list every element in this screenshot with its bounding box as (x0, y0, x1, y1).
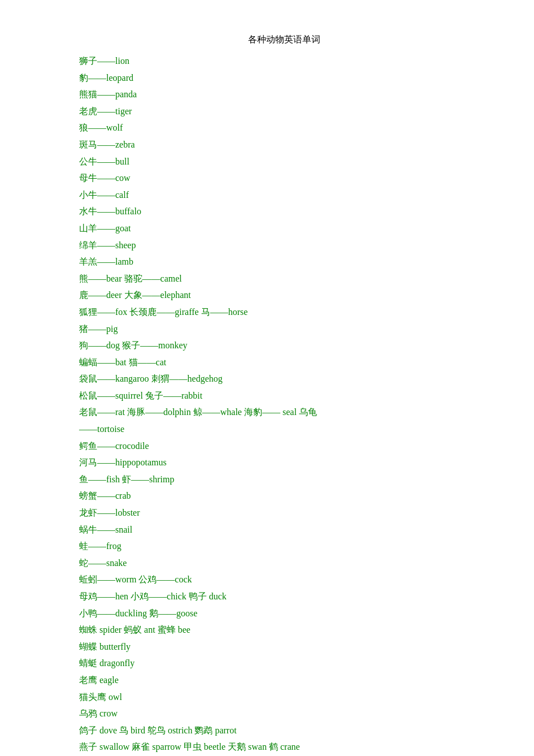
list-item: 老鼠——rat 海豚——dolphin 鲸——whale 海豹—— seal 乌… (79, 404, 489, 421)
list-item: 绵羊——sheep (79, 237, 489, 254)
animal-list: 狮子——lion 豹——leopard熊猫——panda 老虎——tiger狼—… (79, 53, 489, 756)
list-item: 羊羔——lamb (79, 253, 489, 270)
list-item: 蛙——frog (79, 538, 489, 555)
list-item: 小牛——calf (79, 187, 489, 204)
list-item: ——tortoise (79, 421, 489, 438)
list-item: 狮子——lion (79, 53, 489, 70)
page-title: 各种动物英语单词 (79, 34, 489, 46)
list-item: 公牛——bull (79, 153, 489, 170)
list-item: 山羊——goat (79, 220, 489, 237)
list-item: 袋鼠——kangaroo 刺猬——hedgehog (79, 370, 489, 387)
list-item: 猫头鹰 owl (79, 689, 489, 706)
list-item: 蜻蜓 dragonfly (79, 655, 489, 672)
list-item: 松鼠——squirrel 兔子——rabbit (79, 387, 489, 404)
list-item: 母鸡——hen 小鸡——chick 鸭子 duck (79, 588, 489, 605)
list-item: 熊猫——panda (79, 86, 489, 103)
list-item: 斑马——zebra (79, 136, 489, 153)
list-item: 老鹰 eagle (79, 672, 489, 689)
list-item: 老虎——tiger (79, 103, 489, 120)
list-item: 狗——dog 猴子——monkey (79, 337, 489, 354)
list-item: 螃蟹——crab (79, 487, 489, 504)
list-item: 水牛——buffalo (79, 203, 489, 220)
list-item: 乌鸦 crow (79, 705, 489, 722)
list-item: 鱼——fish 虾——shrimp (79, 471, 489, 488)
list-item: 鹿——deer 大象——elephant (79, 287, 489, 304)
list-item: 狼——wolf (79, 119, 489, 136)
list-item: 小鸭——duckling 鹅——goose (79, 605, 489, 622)
list-item: 龙虾——lobster (79, 504, 489, 521)
list-item: 母牛——cow (79, 170, 489, 187)
list-item: 蝙蝠——bat 猫——cat (79, 354, 489, 371)
list-item: 河马——hippopotamus (79, 454, 489, 471)
list-item: 蜘蛛 spider 蚂蚁 ant 蜜蜂 bee (79, 621, 489, 638)
list-item: 熊——bear 骆驼——camel (79, 270, 489, 287)
list-item: 蚯蚓——worm 公鸡——cock (79, 571, 489, 588)
list-item: 猪——pig (79, 321, 489, 338)
list-item: 狐狸——fox 长颈鹿——giraffe 马——horse (79, 304, 489, 321)
list-item: 鸽子 dove 鸟 bird 鸵鸟 ostrich 鹦鹉 parrot (79, 722, 489, 739)
list-item: 蜗牛——snail (79, 521, 489, 538)
list-item: 豹——leopard (79, 70, 489, 87)
list-item: 燕子 swallow 麻雀 sparrow 甲虫 beetle 天鹅 swan … (79, 738, 489, 755)
list-item: 鳄鱼——crocodile (79, 438, 489, 455)
list-item: 蛇——snake (79, 555, 489, 572)
list-item: 蝴蝶 butterfly (79, 638, 489, 655)
